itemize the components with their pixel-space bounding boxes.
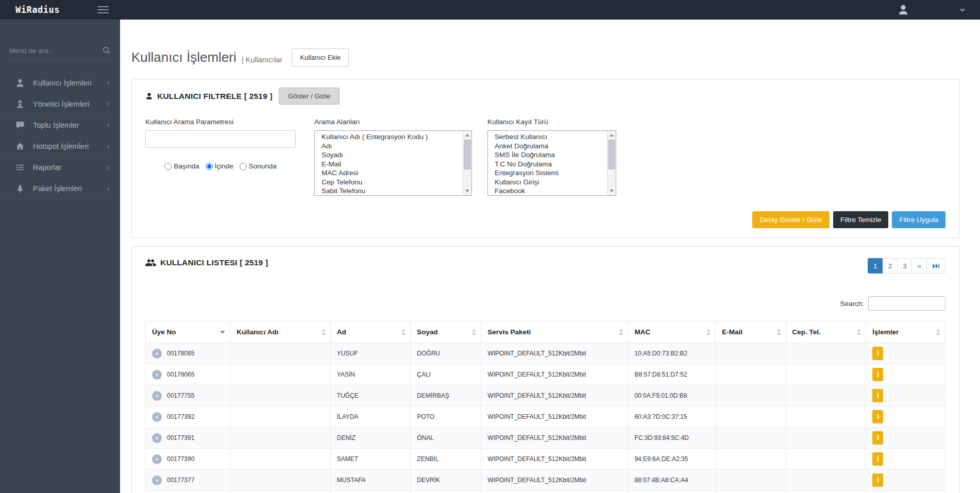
last-page-button[interactable] xyxy=(927,258,945,274)
mac-address: 94:E9:6A:DE:A2:35 xyxy=(628,449,716,470)
listbox-option[interactable]: E-Mail xyxy=(315,160,463,169)
expand-row-icon[interactable]: + xyxy=(152,433,162,443)
chevron-down-icon[interactable] xyxy=(959,7,966,13)
info-button[interactable]: i xyxy=(872,389,883,402)
listbox-option[interactable]: Entegrasyon Sistemi xyxy=(488,168,607,178)
sort-icon[interactable] xyxy=(322,329,326,335)
listbox-option[interactable]: MAC Adresi xyxy=(315,168,463,178)
ad: İLAYDA xyxy=(330,406,411,428)
user-account-icon[interactable] xyxy=(898,4,909,15)
listbox-option[interactable]: SMS İle Doğrulama xyxy=(488,150,607,160)
scroll-up-icon[interactable] xyxy=(465,134,469,137)
page-button-1[interactable]: 1 xyxy=(868,258,883,274)
soyad: ZENBİL xyxy=(411,449,481,470)
scrollbar-thumb[interactable] xyxy=(608,140,615,169)
col-header-ad[interactable]: Ad xyxy=(330,321,411,343)
add-user-button[interactable]: Kullanıcı Ekle xyxy=(292,48,349,66)
info-button[interactable]: i xyxy=(872,452,883,466)
sort-desc-icon[interactable] xyxy=(220,331,225,334)
fast-forward-icon xyxy=(932,263,940,269)
expand-row-icon[interactable]: + xyxy=(152,370,162,380)
listbox-option[interactable]: Kullanıcı Adı ( Entegrasyon Kodu ) xyxy=(315,132,463,142)
page-button-3[interactable]: 3 xyxy=(898,258,913,274)
listbox-option[interactable]: Facebook xyxy=(488,186,607,196)
sidebar-item-paket-islemleri[interactable]: Paket İşlemleri ‹ xyxy=(0,178,120,199)
col-header-email[interactable]: E-Mail xyxy=(716,321,786,343)
search-fields-listbox[interactable]: Kullanıcı Adı ( Entegrasyon Kodu ) Adı S… xyxy=(314,130,472,196)
expand-row-icon[interactable]: + xyxy=(152,349,162,359)
scrollbar[interactable] xyxy=(607,131,616,195)
sidebar-item-yonetici-islemleri[interactable]: Yönetici İşlemleri ‹ xyxy=(0,94,120,115)
servis-paketi: WIPOINT_DEFAULT_512Kbit/2Mbit xyxy=(481,470,628,491)
sort-icon[interactable] xyxy=(857,329,861,335)
next-page-button[interactable]: » xyxy=(912,258,927,274)
radio-icinde-input[interactable] xyxy=(206,163,213,170)
col-header-soyad[interactable]: Soyad xyxy=(411,321,481,343)
scrollbar[interactable] xyxy=(463,131,471,195)
search-fields-label: Arama Alanları xyxy=(314,118,472,126)
register-type-listbox[interactable]: Serbest Kullanıcı Anket Doğrulama SMS İl… xyxy=(487,130,616,196)
col-header-islemler[interactable]: İşlemler xyxy=(866,321,945,343)
radio-sonunda[interactable]: Sonunda xyxy=(240,162,277,170)
listbox-option[interactable]: Sabit Telefonu xyxy=(315,186,463,196)
cep-tel xyxy=(786,406,866,428)
sidebar-menu: Kullanıcı İşlemleri ‹ Yönetici İşlemleri… xyxy=(0,72,120,199)
sidebar-item-toplu-islemler[interactable]: Toplu İşlemler ‹ xyxy=(0,115,120,136)
sort-icon[interactable] xyxy=(936,329,940,335)
sidebar-item-label: Raporlar xyxy=(33,163,62,172)
scroll-down-icon[interactable] xyxy=(610,190,614,192)
search-param-input[interactable] xyxy=(145,130,296,148)
sort-icon[interactable] xyxy=(401,329,405,335)
topbar: WiRadius xyxy=(0,0,980,20)
sidebar-item-kullanici-islemleri[interactable]: Kullanıcı İşlemleri ‹ xyxy=(0,73,120,94)
sort-icon[interactable] xyxy=(706,329,711,335)
hamburger-menu-icon[interactable] xyxy=(97,4,109,15)
col-header-uye-no[interactable]: Üye No xyxy=(146,321,230,343)
listbox-option[interactable]: Adı xyxy=(315,142,463,151)
col-header-servis-paketi[interactable]: Servis Paketi xyxy=(481,321,628,343)
sidebar-item-hotspot-islemleri[interactable]: Hotspot İşlemleri ‹ xyxy=(0,136,120,157)
page-button-2[interactable]: 2 xyxy=(883,258,898,274)
expand-row-icon[interactable]: + xyxy=(152,454,162,464)
listbox-option[interactable]: Soyadı xyxy=(315,150,463,160)
detail-toggle-button[interactable]: Detay Göster / Gizle xyxy=(752,211,830,228)
expand-row-icon[interactable]: + xyxy=(152,391,162,401)
radio-basinda-input[interactable] xyxy=(164,163,172,170)
sort-icon[interactable] xyxy=(777,329,781,335)
info-button[interactable]: i xyxy=(872,431,883,445)
scroll-down-icon[interactable] xyxy=(465,190,469,192)
show-hide-button[interactable]: Göster / Gizle xyxy=(279,88,340,105)
col-header-kullanici-adi[interactable]: Kullanıcı Adı xyxy=(230,321,331,343)
info-button[interactable]: i xyxy=(872,473,883,487)
search-icon[interactable] xyxy=(103,46,111,55)
col-header-mac[interactable]: MAC xyxy=(628,321,716,343)
listbox-option[interactable]: T.C No Doğrulama xyxy=(488,160,607,169)
listbox-option[interactable]: Anket Doğrulama xyxy=(488,142,607,151)
email xyxy=(716,343,786,364)
clear-filter-button[interactable]: Filtre Temizle xyxy=(833,211,888,228)
table-search-input[interactable] xyxy=(868,296,945,311)
sidebar-item-label: Toplu İşlemler xyxy=(33,121,79,129)
info-button[interactable]: i xyxy=(872,368,883,381)
col-header-cep-tel[interactable]: Cep. Tel. xyxy=(786,321,866,343)
apply-filter-button[interactable]: Filtre Uygula xyxy=(892,211,945,228)
uye-no: 00178065 xyxy=(167,371,194,378)
listbox-option[interactable]: Cep Telefonu xyxy=(315,178,463,187)
info-button[interactable]: i xyxy=(872,347,883,360)
listbox-option[interactable]: Serbest Kullanıcı xyxy=(488,132,607,142)
sort-icon[interactable] xyxy=(619,329,623,335)
expand-row-icon[interactable]: + xyxy=(152,475,162,485)
radio-sonunda-input[interactable] xyxy=(240,163,247,170)
menu-search-input[interactable] xyxy=(9,47,103,55)
email xyxy=(716,470,786,491)
radio-icinde[interactable]: İçinde xyxy=(206,162,233,170)
sidebar-item-raporlar[interactable]: Raporlar ‹ xyxy=(0,157,120,178)
expand-row-icon[interactable]: + xyxy=(152,412,162,422)
scrollbar-thumb[interactable] xyxy=(464,140,471,169)
listbox-option[interactable]: Kullanıcı Girişi xyxy=(488,178,607,187)
sort-icon[interactable] xyxy=(472,329,476,335)
scroll-up-icon[interactable] xyxy=(610,134,614,137)
radio-basinda[interactable]: Başında xyxy=(164,162,199,170)
user-table: Üye No Kullanıcı Adı Ad Soyad Servis Pak… xyxy=(145,321,945,493)
info-button[interactable]: i xyxy=(872,410,883,423)
